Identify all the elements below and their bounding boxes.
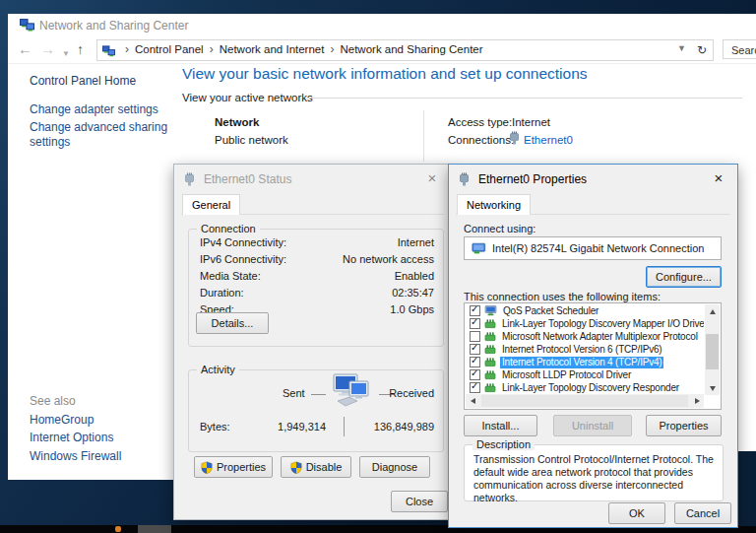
checkmark-icon: ✓ bbox=[471, 304, 478, 314]
tab-networking[interactable]: Networking bbox=[457, 194, 531, 215]
network-adapter-card-icon bbox=[472, 242, 486, 254]
navigation-bar: ← → ▼ ↑ ›Control Panel›Network and Inter… bbox=[8, 36, 756, 64]
window-title: Network and Sharing Center bbox=[39, 19, 188, 33]
connections-label: Connections: bbox=[448, 134, 514, 146]
breadcrumb[interactable]: ›Control Panel›Network and Internet›Netw… bbox=[96, 39, 693, 61]
refresh-icon[interactable]: ↻ bbox=[691, 39, 714, 61]
status-dialog-titlebar[interactable]: Ethernet0 Status × bbox=[174, 165, 451, 194]
breadcrumb-item[interactable]: Control Panel bbox=[135, 43, 204, 55]
protocol-label: Internet Protocol Version 6 (TCP/IPv6) bbox=[500, 344, 663, 356]
details-button[interactable]: Details... bbox=[196, 312, 269, 334]
status-row-value: Enabled bbox=[395, 270, 434, 282]
scroll-left-icon[interactable] bbox=[466, 394, 479, 408]
breadcrumb-item[interactable]: Network and Internet bbox=[220, 43, 325, 55]
protocol-label: Link-Layer Topology Discovery Responder bbox=[500, 382, 681, 394]
sidebar-item-change-advanced-sharing[interactable]: Change advanced sharing settings bbox=[30, 120, 177, 150]
description-text: Transmission Control Protocol/Internet P… bbox=[473, 453, 715, 504]
protocol-checkbox[interactable]: ✓ bbox=[470, 382, 480, 393]
qos-monitor-icon bbox=[484, 305, 497, 316]
scroll-right-icon[interactable] bbox=[690, 394, 704, 408]
protocol-checkbox[interactable]: ✓ bbox=[470, 305, 480, 316]
protocol-checkbox[interactable]: ✓ bbox=[470, 344, 480, 355]
protocol-checkbox[interactable]: ✓ bbox=[470, 357, 480, 367]
sidebar-item-windows-firewall[interactable]: Windows Firewall bbox=[30, 449, 177, 464]
protocol-list-item[interactable]: ✓Internet Protocol Version 6 (TCP/IPv6) bbox=[466, 343, 704, 356]
ethernet0-properties-dialog: Ethernet0 Properties × Networking Connec… bbox=[448, 164, 738, 528]
taskbar-segment bbox=[138, 525, 171, 533]
see-also-label: See also bbox=[30, 394, 177, 409]
description-groupbox: Description Transmission Control Protoco… bbox=[464, 444, 724, 501]
connection-ethernet0-link[interactable]: Ethernet0 bbox=[524, 134, 573, 146]
close-button[interactable]: Close bbox=[391, 491, 448, 512]
protocol-list-item[interactable]: ✓Link-Layer Topology Discovery Mapper I/… bbox=[466, 317, 704, 330]
protocol-label: Internet Protocol Version 4 (TCP/IPv4) bbox=[500, 357, 663, 368]
breadcrumb-dropdown-icon[interactable]: ▼ bbox=[677, 43, 686, 53]
network-adapter-icon bbox=[484, 331, 496, 342]
status-row-value: Internet bbox=[398, 236, 434, 248]
uninstall-button[interactable]: Uninstall bbox=[553, 415, 632, 436]
sidebar-item-change-adapter-settings[interactable]: Change adapter settings bbox=[30, 102, 177, 117]
configure-button[interactable]: Configure... bbox=[646, 266, 722, 288]
properties-dialog-titlebar[interactable]: Ethernet0 Properties × bbox=[449, 165, 737, 194]
divider bbox=[344, 417, 345, 436]
vertical-scrollbar[interactable] bbox=[705, 304, 720, 395]
network-adapter-icon bbox=[484, 382, 496, 393]
close-icon[interactable]: × bbox=[417, 165, 447, 192]
protocol-label: QoS Packet Scheduler bbox=[501, 305, 600, 317]
uac-shield-icon bbox=[290, 461, 302, 474]
item-properties-button[interactable]: Properties bbox=[646, 415, 722, 436]
forward-icon[interactable]: → bbox=[40, 39, 55, 59]
protocol-list-item[interactable]: ✓QoS Packet Scheduler bbox=[466, 304, 704, 317]
status-row-value: 02:35:47 bbox=[392, 287, 434, 299]
status-row-value: No network access bbox=[343, 253, 434, 265]
recent-pages-chevron-icon[interactable]: ▼ bbox=[62, 44, 70, 64]
search-input[interactable]: Search bbox=[723, 39, 756, 59]
access-type-value: Internet bbox=[512, 116, 550, 128]
properties-button[interactable]: Properties bbox=[194, 456, 273, 478]
protocol-checkbox[interactable]: ✓ bbox=[470, 318, 480, 329]
breadcrumb-items: ›Control Panel›Network and Internet›Netw… bbox=[119, 42, 483, 56]
ethernet-plug-icon bbox=[459, 172, 470, 190]
back-icon[interactable]: ← bbox=[18, 39, 32, 59]
activity-group-label: Activity bbox=[197, 364, 239, 375]
divider bbox=[423, 110, 424, 162]
install-button[interactable]: Install... bbox=[464, 415, 537, 436]
close-icon[interactable]: × bbox=[704, 165, 733, 192]
scrollbar-thumb[interactable] bbox=[706, 334, 719, 369]
protocol-checkbox[interactable]: ✓ bbox=[470, 369, 480, 380]
connect-using-label: Connect using: bbox=[464, 223, 536, 234]
status-row-label: Duration: bbox=[200, 287, 244, 299]
diagnose-button[interactable]: Diagnose bbox=[359, 456, 430, 478]
protocol-label: Microsoft Network Adapter Multiplexor Pr… bbox=[500, 331, 700, 343]
scroll-up-icon[interactable] bbox=[705, 304, 720, 318]
disable-button[interactable]: Disable bbox=[281, 456, 351, 478]
up-icon[interactable]: ↑ bbox=[77, 39, 84, 59]
protocol-list-item[interactable]: Microsoft Network Adapter Multiplexor Pr… bbox=[466, 330, 704, 343]
window-titlebar[interactable]: Network and Sharing Center bbox=[8, 14, 756, 36]
ok-button[interactable]: OK bbox=[608, 502, 665, 524]
sidebar-item-internet-options[interactable]: Internet Options bbox=[30, 431, 177, 445]
ethernet0-status-dialog: Ethernet0 Status × General Connection IP… bbox=[173, 164, 452, 520]
cancel-button[interactable]: Cancel bbox=[674, 502, 731, 524]
horizontal-scrollbar[interactable] bbox=[466, 394, 704, 408]
sent-label: Sent bbox=[283, 387, 305, 399]
status-row-label: IPv6 Connectivity: bbox=[200, 253, 286, 265]
scrollbar-thumb[interactable] bbox=[481, 395, 688, 407]
protocol-list-item[interactable]: ✓Link-Layer Topology Discovery Responder bbox=[466, 381, 704, 394]
status-row: Media State:Enabled bbox=[200, 270, 434, 285]
scroll-down-icon[interactable] bbox=[705, 381, 720, 395]
network-adapter-icon bbox=[484, 344, 496, 355]
protocol-list-item[interactable]: ✓Internet Protocol Version 4 (TCP/IPv4) bbox=[466, 356, 704, 368]
protocol-checkbox[interactable] bbox=[470, 331, 480, 342]
properties-button-label: Properties bbox=[217, 461, 266, 473]
access-type-label: Access type: bbox=[448, 116, 512, 128]
tab-general[interactable]: General bbox=[182, 194, 240, 215]
sidebar-item-control-panel-home[interactable]: Control Panel Home bbox=[30, 74, 177, 89]
received-label: Received bbox=[387, 387, 434, 399]
protocol-list-item[interactable]: ✓Microsoft LLDP Protocol Driver bbox=[466, 368, 704, 381]
breadcrumb-item[interactable]: Network and Sharing Center bbox=[340, 43, 482, 55]
sidebar-item-homegroup[interactable]: HomeGroup bbox=[30, 413, 177, 428]
uac-shield-icon bbox=[201, 461, 213, 474]
status-row-label: IPv4 Connectivity: bbox=[200, 236, 286, 248]
computers-activity-icon bbox=[328, 373, 373, 413]
